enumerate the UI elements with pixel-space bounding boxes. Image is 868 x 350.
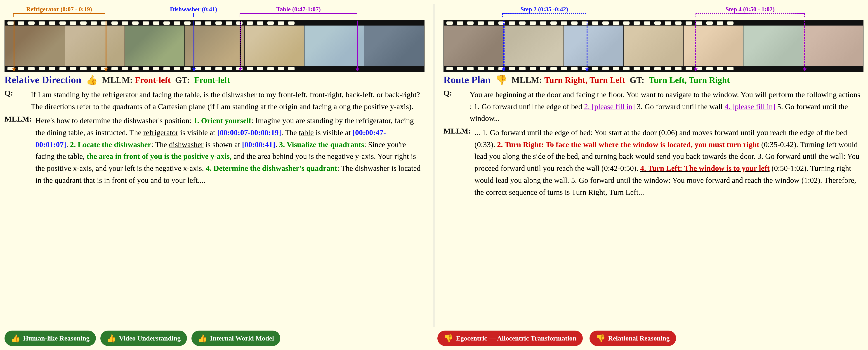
left-q-label: Q: xyxy=(4,89,27,113)
film-frame-r1 xyxy=(444,26,504,66)
table-label: Table (0:47-1:07) xyxy=(276,6,320,13)
film-hole xyxy=(519,22,526,25)
film-hole xyxy=(727,67,734,70)
film-hole xyxy=(644,67,650,70)
film-hole xyxy=(633,22,640,25)
badge-thumbup-2: 👍 xyxy=(107,334,116,343)
film-hole xyxy=(571,67,578,70)
film-hole xyxy=(623,67,629,70)
film-hole xyxy=(654,22,661,25)
film-hole xyxy=(633,67,640,70)
left-mllm-row-label: MLLM: xyxy=(4,115,32,186)
main-container: Refrigerator (0:07 - 0:19) Dishwasher (0… xyxy=(0,0,868,327)
footer-right: 👎 Egocentric — Allocentric Transformatio… xyxy=(431,330,864,346)
step2-label-ann: Step 2 (0:35 -0:42) xyxy=(521,6,568,13)
step4-label-ann: Step 4 (0:50 - 1:02) xyxy=(725,6,775,13)
film-hole xyxy=(112,67,118,70)
film-hole xyxy=(226,22,232,25)
film-hole xyxy=(561,22,567,25)
right-filmstrip-wrapper xyxy=(443,20,864,72)
film-hole xyxy=(70,67,76,70)
film-hole xyxy=(288,22,294,25)
film-hole xyxy=(550,22,557,25)
right-panel: Step 2 (0:35 -0:42) Step 4 (0:50 - 1:02) xyxy=(443,4,864,327)
film-hole xyxy=(153,67,159,70)
right-q-text: You are beginning at the door and facing… xyxy=(470,89,864,125)
film-hole xyxy=(654,67,661,70)
film-hole xyxy=(613,22,619,25)
film-hole xyxy=(205,22,211,25)
turn-right-highlight: 2. Turn Right: To face the wall where th… xyxy=(497,140,759,149)
film-hole xyxy=(268,22,274,25)
right-content-area: Route Plan 👎 MLLM: Turn Right, Turn Left… xyxy=(443,72,864,327)
right-thumb-icon: 👎 xyxy=(495,74,507,86)
film-hole xyxy=(174,22,180,25)
badge-video-understanding: 👍 Video Understanding xyxy=(100,330,187,346)
film-hole xyxy=(247,67,253,70)
marker-arrow-r3 xyxy=(694,68,698,72)
film-hole xyxy=(49,22,55,25)
right-mllm-prefix: MLLM: xyxy=(512,75,542,85)
left-mllm-text: Here's how to determine the dishwasher's… xyxy=(35,115,425,186)
badge-label-4: Egocentric — Allocentric Transformation xyxy=(456,335,577,342)
badge-label-2: Video Understanding xyxy=(119,335,181,342)
film-hole xyxy=(540,22,546,25)
badge-relational-reasoning: 👎 Relational Reasoning xyxy=(590,330,676,346)
film-hole xyxy=(488,67,494,70)
film-hole xyxy=(143,22,149,25)
left-gt-label: GT: xyxy=(175,75,190,85)
film-frame-r2 xyxy=(504,26,564,66)
turn-left-highlight: 4. Turn Left: The window is to your left xyxy=(640,164,770,172)
timestamp3: [00:00:41] xyxy=(242,140,275,149)
film-hole xyxy=(644,22,650,25)
film-hole xyxy=(59,67,66,70)
film-hole xyxy=(696,22,702,25)
film-holes-top-left xyxy=(5,21,424,26)
film-hole xyxy=(706,22,713,25)
film-hole xyxy=(509,22,515,25)
film-hole xyxy=(28,22,35,25)
right-q-label: Q: xyxy=(443,89,466,125)
step4-annotation: Step 4 (0:50 - 1:02) xyxy=(695,6,805,17)
marker-step2-end xyxy=(587,21,587,71)
film-hole xyxy=(236,22,243,25)
marker-arrow-r2 xyxy=(585,68,589,72)
badge-label-1: Human-like Reasoning xyxy=(23,335,90,342)
panel-divider xyxy=(434,4,434,327)
film-hole xyxy=(163,67,170,70)
left-content-area: Relative Direction 👍 MLLM: Front-left GT… xyxy=(4,72,425,327)
film-hole xyxy=(59,22,66,25)
refrigerator-annotation: Refrigerator (0:07 - 0:19) xyxy=(13,6,105,17)
film-hole xyxy=(257,67,264,70)
film-hole xyxy=(509,67,515,70)
film-hole xyxy=(215,67,222,70)
refrigerator-label: Refrigerator (0:07 - 0:19) xyxy=(26,6,92,13)
right-task-header: Route Plan 👎 MLLM: Turn Right, Turn Left… xyxy=(443,74,864,86)
badge-egocentric: 👎 Egocentric — Allocentric Transformatio… xyxy=(437,330,583,346)
right-gt-label: GT: xyxy=(630,75,645,85)
film-holes-top-right xyxy=(444,21,863,26)
left-mllm-row: MLLM: Here's how to determine the dishwa… xyxy=(4,115,425,186)
film-hole xyxy=(665,22,671,25)
left-filmstrip-labels: Refrigerator (0:07 - 0:19) Dishwasher (0… xyxy=(4,4,425,20)
film-hole xyxy=(184,22,191,25)
marker-table-end xyxy=(357,21,358,71)
film-hole xyxy=(467,67,473,70)
film-hole xyxy=(122,22,128,25)
film-hole xyxy=(540,67,546,70)
film-hole xyxy=(675,67,682,70)
film-hole xyxy=(28,67,35,70)
dishwasher-annotation: Dishwasher (0:41) xyxy=(168,6,219,17)
film-frame-2 xyxy=(65,26,125,66)
film-hole xyxy=(215,22,222,25)
marker-step4-start xyxy=(695,21,696,71)
film-hole xyxy=(70,22,76,25)
right-film-frames xyxy=(444,26,863,66)
badge-thumbup-1: 👍 xyxy=(11,334,20,343)
film-hole xyxy=(247,22,253,25)
film-hole xyxy=(488,22,494,25)
film-hole xyxy=(7,22,14,25)
marker-arrow xyxy=(192,68,196,72)
badge-thumbdown-1: 👎 xyxy=(444,334,453,343)
film-hole xyxy=(91,67,97,70)
